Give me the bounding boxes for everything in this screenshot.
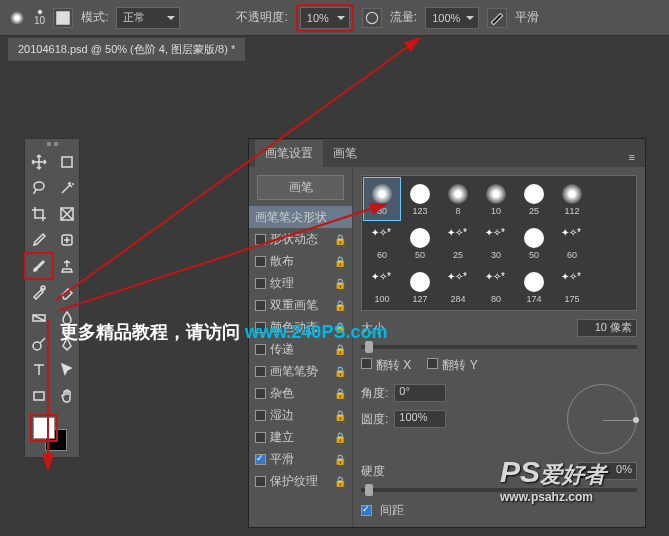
svg-point-0 [366,12,377,23]
dodge-tool[interactable] [25,331,53,357]
move-tool[interactable] [25,149,53,175]
tools-panel [24,138,80,458]
lasso-tool[interactable] [25,175,53,201]
lock-icon: 🔒 [334,476,346,487]
brush-tool[interactable] [25,253,53,279]
brush-tip[interactable]: 95 [478,310,514,311]
brush-tip[interactable]: 45 [440,310,476,311]
magic-wand-tool[interactable] [53,175,81,201]
history-brush-tool[interactable] [25,279,53,305]
opt-smoothing[interactable]: 平滑🔒 [249,448,352,470]
flow-select[interactable]: 100% [425,7,479,29]
frame-tool[interactable] [53,201,81,227]
brush-tip[interactable]: 174 [516,310,552,311]
document-tab[interactable]: 20104618.psd @ 50% (色阶 4, 图层蒙版/8) * [8,38,245,61]
rectangle-tool[interactable] [25,383,53,409]
opt-noise[interactable]: 杂色🔒 [249,382,352,404]
smooth-label: 平滑 [515,9,539,26]
lock-icon: 🔒 [334,300,346,311]
type-tool[interactable] [25,357,53,383]
path-select-tool[interactable] [53,357,81,383]
lock-icon: 🔒 [334,234,346,245]
clone-stamp-tool[interactable] [53,253,81,279]
blend-mode-select[interactable]: 正常 [116,7,180,29]
size-slider[interactable] [361,345,637,349]
brush-tip[interactable]: 50 [402,310,438,311]
foreground-color[interactable] [33,417,55,439]
brush-tip[interactable]: 50 [516,222,552,264]
angle-dial[interactable] [567,384,637,454]
brush-options-list: 画笔 画笔笔尖形状 形状动态🔒 散布🔒 纹理🔒 双重画笔🔒 颜色动态🔒 传递🔒 … [249,167,353,527]
brush-tip[interactable]: 175 [554,266,590,308]
lock-icon: 🔒 [334,366,346,377]
airbrush-icon[interactable] [487,8,507,28]
crop-tool[interactable] [25,201,53,227]
brush-tip[interactable]: 25 [516,178,552,220]
brush-tips-grid: 3012381025112605025305060100127284801741… [361,175,637,311]
roundness-label: 圆度: [361,411,388,428]
spacing-label: 间距 [380,502,404,519]
panel-tabs: 画笔设置 画笔 ≡ [249,139,645,167]
gradient-tool[interactable] [25,305,53,331]
svg-rect-8 [34,392,44,400]
angle-input[interactable]: 0° [394,384,446,402]
opt-buildup[interactable]: 建立🔒 [249,426,352,448]
lock-icon: 🔒 [334,432,346,443]
brush-tip[interactable]: 60 [554,222,590,264]
mode-label: 模式: [81,9,108,26]
brush-tip[interactable]: 174 [516,266,552,308]
opt-wet-edges[interactable]: 湿边🔒 [249,404,352,426]
lock-icon: 🔒 [334,410,346,421]
flip-x-checkbox[interactable]: 翻转 X [361,357,411,374]
opt-brush-pose[interactable]: 画笔笔势🔒 [249,360,352,382]
size-input[interactable]: 10 像素 [577,319,637,337]
healing-brush-tool[interactable] [53,227,81,253]
options-bar: 10 模式: 正常 不透明度: 10% 流量: 100% 平滑 [0,0,669,36]
brush-tip[interactable]: 120 [554,310,590,311]
watermark-logo: PS爱好者 www.psahz.com [500,455,606,504]
flip-y-checkbox[interactable]: 翻转 Y [427,357,477,374]
pressure-opacity-icon[interactable] [362,8,382,28]
opt-tip-shape[interactable]: 画笔笔尖形状 [249,206,352,228]
opt-protect-texture[interactable]: 保护纹理🔒 [249,470,352,492]
brush-tip[interactable]: 30 [364,178,400,220]
color-swatches [25,415,79,457]
panel-menu-icon[interactable]: ≡ [625,147,639,167]
lock-icon: 🔒 [334,388,346,399]
brush-preset-picker-icon[interactable] [53,8,73,28]
brush-tip[interactable]: 50 [402,222,438,264]
brush-tip[interactable]: 112 [554,178,590,220]
opt-texture[interactable]: 纹理🔒 [249,272,352,294]
eraser-tool[interactable] [53,279,81,305]
brush-tip[interactable]: 127 [402,266,438,308]
eyedropper-tool[interactable] [25,227,53,253]
opacity-highlight: 10% [296,4,354,32]
tab-brushes[interactable]: 画笔 [323,140,367,167]
hand-tool[interactable] [53,383,81,409]
lock-icon: 🔒 [334,454,346,465]
hardness-label: 硬度 [361,463,385,480]
opt-shape-dynamics[interactable]: 形状动态🔒 [249,228,352,250]
brush-tip[interactable]: 284 [440,266,476,308]
brush-tip[interactable]: 10 [478,178,514,220]
roundness-input[interactable]: 100% [394,410,446,428]
opt-scattering[interactable]: 散布🔒 [249,250,352,272]
angle-label: 角度: [361,385,388,402]
panel-grip-icon[interactable] [25,139,79,149]
brush-tip[interactable]: 30 [478,222,514,264]
tab-brush-settings[interactable]: 画笔设置 [255,140,323,167]
brushes-button[interactable]: 画笔 [257,175,344,200]
brush-tip[interactable]: 25 [440,222,476,264]
brush-tip[interactable]: 306 [364,310,400,311]
brush-size-display[interactable]: 10 [34,9,45,26]
brush-tip[interactable]: 80 [478,266,514,308]
artboard-tool[interactable] [53,149,81,175]
brush-tip[interactable]: 60 [364,222,400,264]
svg-point-7 [33,342,41,350]
brush-tip[interactable]: 100 [364,266,400,308]
spacing-checkbox[interactable] [361,505,372,516]
brush-tip[interactable]: 123 [402,178,438,220]
brush-tip[interactable]: 8 [440,178,476,220]
opacity-select[interactable]: 10% [300,7,350,29]
opt-dual-brush[interactable]: 双重画笔🔒 [249,294,352,316]
